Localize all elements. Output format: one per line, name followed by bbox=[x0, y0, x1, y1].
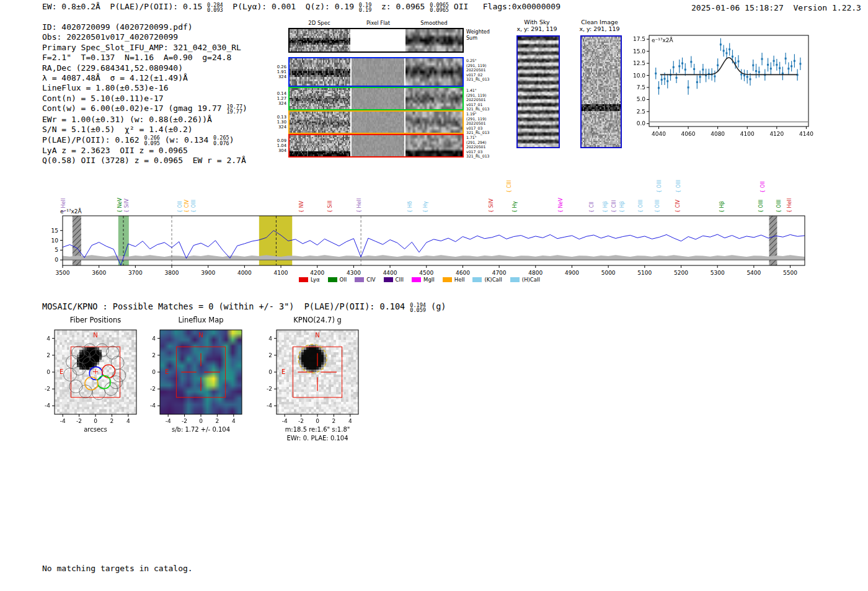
line-id-label: { HeII bbox=[787, 198, 792, 213]
svg-text:4: 4 bbox=[152, 335, 156, 342]
cutout-title: Lineflux Map bbox=[178, 316, 223, 324]
line-id-label: { CII bbox=[589, 202, 595, 213]
catalog-notes: No matching targets in catalog. Row inte… bbox=[42, 543, 193, 591]
svg-text:-4: -4 bbox=[166, 418, 171, 424]
svg-text:2: 2 bbox=[332, 418, 336, 424]
legend-item: (H)CaII bbox=[510, 277, 540, 283]
compass-north: N bbox=[198, 332, 203, 339]
info-line: Q(0.58) OII (3728) z = 0.0965 EW r = 2.7… bbox=[42, 156, 247, 166]
svg-text:4: 4 bbox=[268, 335, 272, 342]
svg-text:5000: 5000 bbox=[601, 270, 616, 276]
line-id-label: { OIII bbox=[638, 200, 644, 213]
legend-swatch bbox=[510, 277, 520, 282]
svg-text:4120: 4120 bbox=[769, 131, 784, 137]
svg-text:7.5: 7.5 bbox=[637, 84, 645, 91]
line-id-label: { NV bbox=[299, 200, 304, 213]
line-id-label: { Hγ bbox=[423, 201, 428, 213]
cutout-caption: m:18.5 re:1.6" s:1.8" bbox=[285, 426, 350, 433]
svg-text:2: 2 bbox=[152, 352, 156, 358]
svg-text:15.0: 15.0 bbox=[633, 48, 645, 55]
legend-swatch bbox=[328, 277, 337, 282]
line-id-label: { Hβ bbox=[619, 201, 625, 213]
compass-east: E bbox=[60, 368, 63, 375]
cutout-title: Fiber Positions bbox=[70, 316, 122, 324]
line-id-label: { NeV bbox=[558, 197, 564, 213]
line-id-label: { Hγ bbox=[512, 201, 518, 213]
line-id-label: { HeII bbox=[356, 198, 362, 213]
svg-text:-4: -4 bbox=[267, 402, 272, 409]
svg-text:4100: 4100 bbox=[740, 131, 755, 137]
line-id-label: { CIII bbox=[611, 200, 617, 213]
svg-text:4: 4 bbox=[46, 335, 50, 342]
svg-text:0: 0 bbox=[152, 369, 156, 375]
svg-text:-2: -2 bbox=[182, 418, 187, 424]
svg-text:3900: 3900 bbox=[201, 270, 215, 276]
svg-text:5.0: 5.0 bbox=[637, 96, 646, 102]
mosaic-match-line: MOSAIC/KPNO : Possible Matches = 0 (with… bbox=[42, 301, 446, 313]
svg-text:0: 0 bbox=[316, 418, 319, 424]
svg-text:2: 2 bbox=[216, 418, 219, 424]
line-id-label: { CIV bbox=[675, 199, 681, 213]
line-id-label: { HeII bbox=[61, 198, 66, 213]
svg-text:2: 2 bbox=[110, 418, 114, 424]
spectrum-legend: LyαOIICIVCIIIMgIIHeII(K)CaII(H)CaII bbox=[299, 277, 540, 283]
legend-item: (K)CaII bbox=[472, 277, 502, 283]
svg-text:-2: -2 bbox=[298, 418, 304, 424]
svg-text:5200: 5200 bbox=[674, 270, 688, 276]
legend-swatch bbox=[355, 277, 364, 282]
svg-text:-2: -2 bbox=[45, 386, 50, 392]
line-id-label: { OII bbox=[177, 201, 183, 213]
legend-item: CIII bbox=[384, 277, 404, 283]
svg-text:-2: -2 bbox=[76, 418, 82, 424]
line-id-label: { OIII bbox=[655, 200, 660, 213]
svg-text:5300: 5300 bbox=[711, 270, 725, 276]
svg-text:4500: 4500 bbox=[419, 270, 433, 276]
svg-text:4100: 4100 bbox=[274, 270, 288, 276]
legend-item: CIV bbox=[355, 277, 375, 283]
svg-text:15: 15 bbox=[51, 228, 58, 234]
svg-text:2.5: 2.5 bbox=[637, 109, 645, 115]
legend-item: HeII bbox=[443, 277, 465, 283]
line-id-label: { SiIV bbox=[124, 198, 130, 213]
line-id-label: { OIII bbox=[657, 180, 662, 193]
legend-item: Lyα bbox=[299, 277, 320, 283]
svg-text:4: 4 bbox=[348, 418, 352, 424]
svg-text:5: 5 bbox=[55, 247, 58, 253]
svg-text:4200: 4200 bbox=[310, 270, 324, 276]
svg-text:-2: -2 bbox=[267, 386, 272, 392]
legend-swatch bbox=[443, 277, 452, 282]
svg-text:5400: 5400 bbox=[746, 270, 761, 276]
svg-text:4: 4 bbox=[232, 418, 236, 424]
legend-swatch bbox=[299, 277, 308, 282]
legend-swatch bbox=[384, 277, 393, 282]
svg-text:17.5: 17.5 bbox=[633, 36, 645, 42]
svg-text:-2: -2 bbox=[150, 386, 156, 392]
svg-text:4300: 4300 bbox=[347, 270, 361, 276]
legend-item: OII bbox=[328, 277, 347, 283]
svg-text:0: 0 bbox=[199, 418, 203, 424]
line-id-label: { OIII bbox=[758, 200, 764, 213]
svg-text:5500: 5500 bbox=[783, 270, 797, 276]
compass-north: N bbox=[93, 332, 97, 339]
cutout-title: KPNO(24.7) g bbox=[293, 316, 342, 324]
kpno-panel-overlay: KPNO(24.7) g-4-4-2-2002244NEm:18.5 re:1.… bbox=[255, 315, 379, 451]
svg-text:0: 0 bbox=[94, 418, 97, 424]
svg-text:4600: 4600 bbox=[456, 270, 470, 276]
line-id-label: { Hβ bbox=[719, 201, 725, 213]
line-fit-inset-chart: 0.02.55.07.510.012.515.017.5404040604080… bbox=[0, 0, 868, 149]
svg-text:4700: 4700 bbox=[492, 270, 507, 276]
text-segment: (g) bbox=[426, 301, 446, 311]
svg-text:2: 2 bbox=[46, 352, 50, 358]
line-id-label: { OII bbox=[760, 181, 766, 193]
line-id-label: { NeV bbox=[117, 197, 123, 213]
svg-text:-4: -4 bbox=[45, 402, 50, 409]
svg-text:4060: 4060 bbox=[681, 131, 696, 137]
line-id-label: { OIII bbox=[676, 180, 681, 193]
svg-text:4080: 4080 bbox=[711, 131, 725, 137]
svg-text:4140: 4140 bbox=[799, 131, 813, 137]
svg-text:0.0: 0.0 bbox=[637, 120, 646, 127]
compass-north: N bbox=[315, 332, 319, 339]
line-id-label: { SiII bbox=[327, 200, 333, 213]
cutout-caption2: EWr: 0. PLAE: 0.104 bbox=[286, 435, 348, 442]
svg-text:4800: 4800 bbox=[528, 270, 542, 276]
